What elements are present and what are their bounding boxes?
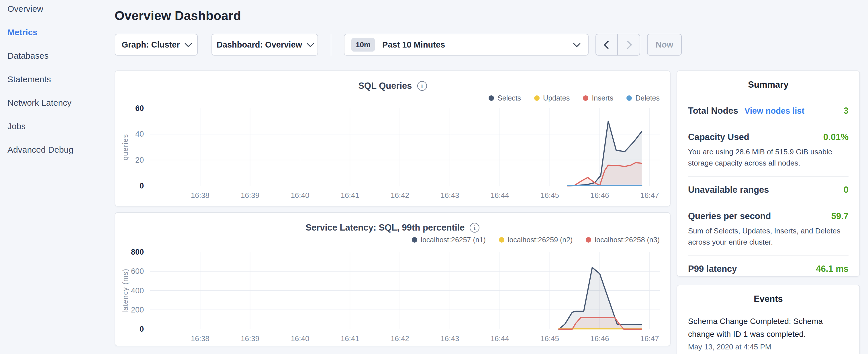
y-axis-title: queries <box>121 134 129 160</box>
x-tick-label: 16:41 <box>341 191 359 200</box>
capacity-value: 0.01% <box>823 132 848 142</box>
sidebar-item-jobs[interactable]: Jobs <box>7 122 115 132</box>
time-pager <box>595 34 640 56</box>
event-timestamp: May 13, 2020 at 4:45 PM <box>688 343 848 351</box>
unavailable-ranges-value: 0 <box>844 185 848 195</box>
chart-header: SQL Queries <box>115 81 670 91</box>
x-tick-label: 16:47 <box>641 191 659 200</box>
app-root: Overview Metrics Databases Statements Ne… <box>0 0 868 354</box>
service-latency-card: Service Latency: SQL, 99th percentile lo… <box>115 212 671 346</box>
chart-legend: SelectsUpdatesInsertsDeletes <box>115 93 660 102</box>
summary-panel: Summary Total Nodes View nodes list 3 C <box>677 70 860 277</box>
y-tick-label: 400 <box>131 286 144 295</box>
legend-item[interactable]: localhost:26258 (n3) <box>586 236 660 244</box>
side-column: Summary Total Nodes View nodes list 3 C <box>677 70 860 354</box>
controls-divider <box>331 34 331 56</box>
sql-queries-chart: 16:3816:3916:4016:4116:4216:4316:4416:45… <box>115 104 670 200</box>
y-tick-label: 20 <box>135 156 144 164</box>
capacity-description: You are using 28.6 MiB of 515.9 GiB usab… <box>688 147 848 169</box>
capacity-label: Capacity Used <box>688 132 749 142</box>
sidebar-item-network-latency[interactable]: Network Latency <box>7 98 115 109</box>
now-button[interactable]: Now <box>647 34 682 56</box>
event-item[interactable]: Schema Change Completed: Schema change w… <box>688 315 848 351</box>
legend-dot-icon <box>586 237 591 243</box>
graph-dropdown-label: Graph: Cluster <box>122 40 180 50</box>
legend-label: localhost:26257 (n1) <box>421 236 486 244</box>
x-tick-label: 16:38 <box>191 334 210 343</box>
sidebar-item-databases[interactable]: Databases <box>7 51 115 62</box>
summary-body: Total Nodes View nodes list 3 Capacity U… <box>688 98 848 282</box>
graph-dropdown[interactable]: Graph: Cluster <box>115 34 198 56</box>
legend-item[interactable]: localhost:26257 (n1) <box>412 236 486 244</box>
sidebar-item-metrics[interactable]: Metrics <box>7 28 115 38</box>
p99-latency-label: P99 latency <box>688 264 737 274</box>
chevron-right-icon <box>623 40 632 49</box>
time-range-label: Past 10 Minutes <box>382 40 445 50</box>
chevron-left-icon <box>603 40 612 49</box>
x-tick-label: 16:41 <box>341 334 359 343</box>
sidebar-item-advanced-debug[interactable]: Advanced Debug <box>7 145 115 156</box>
view-nodes-link[interactable]: View nodes list <box>744 106 804 116</box>
legend-label: Selects <box>497 94 521 102</box>
legend-item[interactable]: Selects <box>489 94 521 102</box>
page-title: Overview Dashboard <box>115 9 860 23</box>
legend-label: localhost:26259 (n2) <box>508 236 573 244</box>
time-range-badge: 10m <box>351 38 375 52</box>
dashboard-content: SQL Queries SelectsUpdatesInsertsDeletes… <box>115 70 860 354</box>
sidebar-item-statements[interactable]: Statements <box>7 74 115 85</box>
legend-label: localhost:26258 (n3) <box>595 236 660 244</box>
total-nodes-value: 3 <box>844 106 848 116</box>
legend-label: Deletes <box>635 94 660 102</box>
chevron-down-icon <box>185 40 192 47</box>
y-tick-label: 0 <box>140 325 144 333</box>
qps-description: Sum of Selects, Updates, Inserts, and De… <box>688 225 848 248</box>
x-tick-label: 16:42 <box>391 191 409 200</box>
sidebar-item-overview[interactable]: Overview <box>7 4 115 15</box>
x-tick-label: 16:43 <box>440 191 459 200</box>
legend-dot-icon <box>489 95 494 101</box>
summary-row-qps: Queries per second 59.7 Sum of Selects, … <box>688 203 848 256</box>
x-tick-label: 16:40 <box>290 334 309 343</box>
y-tick-label: 0 <box>140 182 144 190</box>
legend-item[interactable]: Updates <box>534 94 570 102</box>
x-tick-label: 16:47 <box>641 334 659 343</box>
x-tick-label: 16:45 <box>540 334 559 343</box>
legend-label: Updates <box>543 94 570 102</box>
unavailable-ranges-label: Unavailable ranges <box>688 185 769 195</box>
sidebar: Overview Metrics Databases Statements Ne… <box>0 0 115 354</box>
summary-title: Summary <box>688 79 848 90</box>
legend-dot-icon <box>412 237 417 243</box>
time-forward-button[interactable] <box>618 34 640 55</box>
controls-row: Graph: Cluster Dashboard: Overview 10m P… <box>115 34 860 56</box>
legend-dot-icon <box>583 95 588 101</box>
x-tick-label: 16:39 <box>241 191 259 200</box>
x-tick-label: 16:44 <box>491 191 509 200</box>
y-tick-label: 800 <box>131 248 144 256</box>
qps-label: Queries per second <box>688 211 771 221</box>
main-content: Overview Dashboard Graph: Cluster Dashbo… <box>115 0 868 354</box>
dashboard-dropdown[interactable]: Dashboard: Overview <box>212 34 318 56</box>
chart-title: SQL Queries <box>358 81 412 91</box>
summary-row-total-nodes: Total Nodes View nodes list 3 <box>688 98 848 124</box>
time-back-button[interactable] <box>596 34 618 55</box>
legend-item[interactable]: Inserts <box>583 94 613 102</box>
legend-item[interactable]: Deletes <box>626 94 660 102</box>
p99-latency-value: 46.1 ms <box>816 264 848 274</box>
dashboard-dropdown-label: Dashboard: Overview <box>217 40 302 50</box>
y-axis-title: latency (ms) <box>121 268 129 313</box>
legend-label: Inserts <box>592 94 613 102</box>
chevron-down-icon <box>307 40 314 47</box>
legend-item[interactable]: localhost:26259 (n2) <box>499 236 573 244</box>
sql-queries-card: SQL Queries SelectsUpdatesInsertsDeletes… <box>115 70 671 206</box>
info-icon[interactable] <box>417 81 427 91</box>
x-tick-label: 16:43 <box>440 334 459 343</box>
legend-dot-icon <box>534 95 539 101</box>
time-range-picker[interactable]: 10m Past 10 Minutes <box>344 34 589 56</box>
x-tick-label: 16:46 <box>590 191 609 200</box>
qps-value: 59.7 <box>831 211 848 221</box>
events-title: Events <box>688 294 848 304</box>
chart-title: Service Latency: SQL, 99th percentile <box>306 223 465 233</box>
info-icon[interactable] <box>470 223 479 232</box>
x-tick-label: 16:46 <box>590 334 609 343</box>
charts-column: SQL Queries SelectsUpdatesInsertsDeletes… <box>115 70 671 346</box>
